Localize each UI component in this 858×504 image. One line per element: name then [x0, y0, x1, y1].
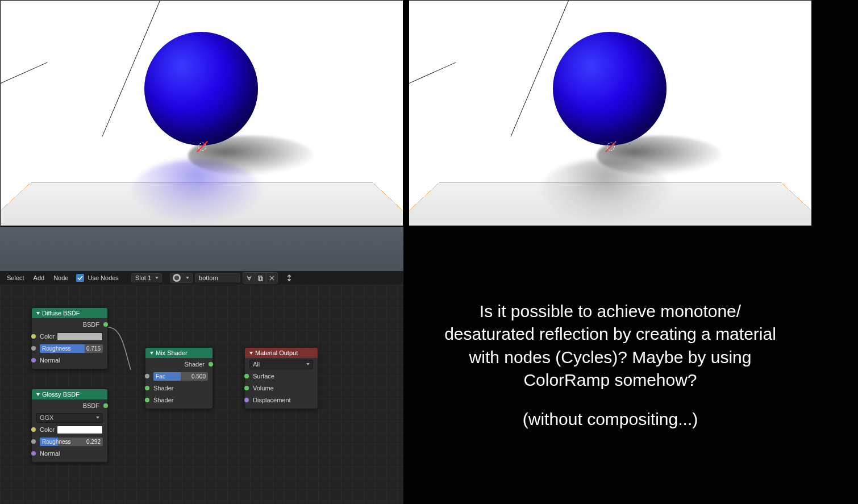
input-label: Displacement	[253, 397, 291, 403]
material-action-buttons	[243, 272, 278, 284]
input-label: Volume	[253, 385, 274, 391]
input-label: Surface	[253, 373, 274, 380]
input-label: Normal	[40, 357, 60, 364]
fake-user-icon[interactable]	[243, 273, 255, 283]
node-title: Mix Shader	[156, 349, 188, 356]
node-diffuse-bsdf[interactable]: Diffuse BSDF BSDF Color Roughness 0.715 …	[31, 307, 108, 369]
distribution-dropdown[interactable]: GGX	[36, 413, 103, 423]
menu-add[interactable]: Add	[30, 274, 48, 281]
socket-input-roughness[interactable]	[31, 439, 36, 444]
guide-line	[409, 62, 456, 84]
new-material-icon[interactable]	[255, 273, 266, 283]
node-mix-shader[interactable]: Mix Shader Shader Fac 0.500 Shader Shade…	[145, 347, 213, 409]
collapse-icon[interactable]	[36, 312, 40, 315]
node-title: Material Output	[255, 349, 298, 356]
render-preview-right	[409, 0, 812, 226]
socket-input-fac[interactable]	[145, 374, 149, 378]
socket-input-color[interactable]	[31, 427, 36, 432]
use-nodes-checkbox[interactable]	[76, 274, 84, 282]
roughness-field[interactable]: Roughness 0.715	[40, 344, 103, 353]
svg-rect-0	[259, 276, 262, 280]
socket-output-bsdf[interactable]	[103, 322, 108, 327]
node-title: Glossy BSDF	[42, 391, 80, 398]
output-label: BSDF	[83, 402, 99, 409]
3d-cursor-icon	[607, 143, 615, 151]
socket-input-volume[interactable]	[244, 386, 249, 390]
input-label: Shader	[153, 397, 173, 403]
material-browse-dropdown[interactable]	[170, 273, 193, 283]
collapse-icon[interactable]	[249, 352, 253, 355]
unlink-material-icon[interactable]	[266, 273, 277, 283]
material-icon	[173, 274, 181, 282]
input-label: Normal	[40, 450, 60, 457]
socket-output-shader[interactable]	[209, 362, 213, 366]
render-preview-left	[0, 0, 403, 226]
node-editor-header: Select Add Node Use Nodes Slot 1 bottom	[0, 271, 403, 285]
output-label: Shader	[185, 361, 205, 368]
pin-icon[interactable]	[284, 273, 295, 283]
node-header[interactable]: Glossy BSDF	[32, 389, 107, 399]
socket-input-displacement[interactable]	[244, 398, 249, 402]
blue-sphere	[553, 32, 667, 145]
socket-input-surface[interactable]	[244, 374, 249, 378]
collapse-icon[interactable]	[36, 393, 40, 396]
use-nodes-label: Use Nodes	[88, 274, 118, 281]
node-header[interactable]: Diffuse BSDF	[32, 308, 107, 318]
menu-node[interactable]: Node	[50, 274, 72, 281]
socket-input-normal[interactable]	[31, 358, 36, 363]
node-material-output[interactable]: Material Output All Surface Volume Displ…	[244, 347, 318, 409]
input-label: Color	[40, 333, 55, 340]
guide-line	[1, 62, 48, 84]
slot-dropdown[interactable]: Slot 1	[131, 273, 162, 282]
roughness-field[interactable]: Roughness 0.292	[40, 438, 103, 446]
input-label: Color	[40, 426, 55, 433]
viewport-strip	[0, 227, 403, 271]
socket-input-normal[interactable]	[31, 451, 36, 456]
collapse-icon[interactable]	[150, 352, 153, 355]
socket-input-shader-2[interactable]	[145, 398, 149, 402]
node-header[interactable]: Material Output	[245, 348, 318, 358]
node-title: Diffuse BSDF	[42, 310, 80, 316]
socket-input-roughness[interactable]	[31, 346, 36, 351]
question-text: Is it possible to achieve monotone/ desa…	[409, 227, 812, 504]
socket-output-bsdf[interactable]	[103, 403, 108, 408]
color-swatch[interactable]	[57, 332, 103, 341]
socket-input-shader-1[interactable]	[145, 386, 149, 390]
color-swatch[interactable]	[57, 426, 103, 434]
node-header[interactable]: Mix Shader	[145, 348, 213, 358]
socket-input-color[interactable]	[31, 334, 36, 339]
blue-sphere	[144, 32, 258, 145]
output-target-dropdown[interactable]: All	[249, 360, 313, 369]
svg-rect-1	[260, 277, 263, 281]
node-glossy-bsdf[interactable]: Glossy BSDF BSDF GGX Color Roughness 0.2…	[31, 389, 108, 463]
fac-field[interactable]: Fac 0.500	[153, 372, 208, 381]
question-paragraph-2: (without compositing...)	[523, 408, 698, 431]
node-editor[interactable]: Diffuse BSDF BSDF Color Roughness 0.715 …	[0, 285, 403, 504]
viewport-ground	[0, 227, 403, 253]
output-label: BSDF	[83, 321, 99, 328]
menu-select[interactable]: Select	[3, 274, 28, 281]
material-name-field[interactable]: bottom	[195, 273, 240, 282]
input-label: Shader	[153, 385, 173, 391]
3d-cursor-icon	[198, 143, 206, 151]
question-paragraph-1: Is it possible to achieve monotone/ desa…	[443, 300, 778, 392]
